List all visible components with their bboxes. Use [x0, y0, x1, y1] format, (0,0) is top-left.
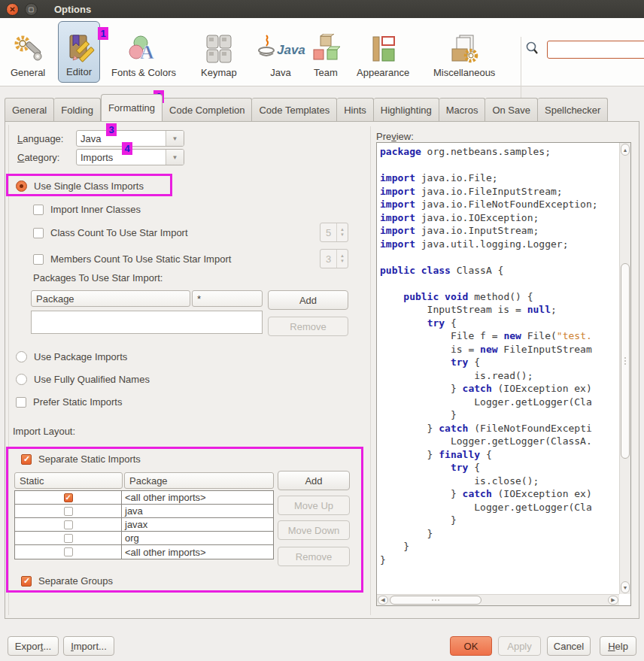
- checkbox-icon[interactable]: [16, 397, 26, 408]
- horizontal-scrollbar[interactable]: ◀ ▶: [377, 594, 619, 605]
- chevron-down-icon[interactable]: ▼: [166, 131, 184, 146]
- import-layout-label: Import Layout:: [13, 426, 75, 437]
- toolbar-item-team[interactable]: Team: [305, 21, 346, 83]
- tab-spellchecker[interactable]: Spellchecker: [538, 98, 608, 121]
- spinner-arrows-icon[interactable]: ▲▼: [337, 223, 348, 241]
- scroll-up-icon[interactable]: ▲: [621, 144, 630, 156]
- import-layout-table[interactable]: <all other imports>javajavaxorg<all othe…: [14, 490, 274, 559]
- checkbox-separate-groups[interactable]: Separate Groups: [21, 575, 113, 587]
- tab-code-templates[interactable]: Code Templates: [252, 98, 337, 121]
- radio-icon[interactable]: [16, 351, 27, 362]
- toolbar-item-java[interactable]: Java Java: [251, 21, 310, 83]
- star-import-remove-button[interactable]: Remove: [268, 317, 348, 336]
- tab-macros[interactable]: Macros: [439, 98, 486, 121]
- toolbar-item-keymap[interactable]: Keymap: [196, 21, 242, 83]
- apply-button[interactable]: Apply: [498, 636, 541, 656]
- language-dropdown[interactable]: Java ▼: [76, 130, 184, 147]
- table-row[interactable]: org: [15, 532, 273, 545]
- package-cell[interactable]: javax: [122, 518, 273, 531]
- import-layout-remove-button[interactable]: Remove: [278, 547, 350, 566]
- table-row[interactable]: javax: [15, 518, 273, 532]
- static-cell[interactable]: [15, 491, 122, 504]
- tab-highlighting[interactable]: Highlighting: [374, 98, 439, 121]
- static-cell[interactable]: [15, 505, 122, 517]
- package-cell[interactable]: <all other imports>: [122, 545, 273, 559]
- palette-letter-a-icon: A: [127, 32, 160, 67]
- checkbox-icon[interactable]: [33, 205, 44, 215]
- chevron-down-icon[interactable]: ▼: [166, 150, 184, 165]
- toolbar-item-miscellaneous[interactable]: Miscellaneous: [429, 21, 500, 83]
- checkbox-icon[interactable]: [33, 228, 44, 238]
- package-cell[interactable]: org: [122, 532, 273, 544]
- column-header-static[interactable]: Static: [14, 472, 123, 489]
- maximize-icon[interactable]: ▢: [25, 3, 38, 16]
- vertical-scrollbar[interactable]: ▲ ▼: [619, 143, 630, 594]
- table-row[interactable]: <all other imports>: [15, 491, 273, 505]
- toolbar-item-appearance[interactable]: Appearance: [352, 21, 414, 83]
- tab-on-save[interactable]: On Save: [485, 98, 538, 121]
- static-cell[interactable]: [15, 545, 122, 559]
- scroll-down-icon[interactable]: ▼: [621, 581, 630, 593]
- checkbox-icon[interactable]: [33, 254, 44, 265]
- static-cell[interactable]: [15, 518, 122, 531]
- code-line: import java.io.FileNotFoundException;: [380, 198, 619, 211]
- import-button[interactable]: Import...: [63, 636, 114, 656]
- star-import-add-button[interactable]: Add: [268, 290, 348, 310]
- toolbar-item-label: Java: [270, 67, 290, 78]
- column-header-package[interactable]: Package: [124, 472, 274, 489]
- tab-folding[interactable]: Folding: [54, 98, 101, 121]
- class-count-spinner[interactable]: 5 ▲▼: [320, 223, 348, 242]
- checkbox-separate-static-imports[interactable]: Separate Static Imports: [21, 453, 141, 465]
- toolbar-item-editor[interactable]: Editor: [58, 21, 100, 83]
- table-row[interactable]: java: [15, 505, 273, 518]
- column-header-package[interactable]: Package: [31, 290, 190, 307]
- scroll-left-icon[interactable]: ◀: [378, 596, 388, 605]
- radio-use-package-imports[interactable]: Use Package Imports: [16, 351, 127, 362]
- checkbox-icon[interactable]: [21, 576, 32, 587]
- move-up-button[interactable]: Move Up: [278, 496, 350, 515]
- tab-general[interactable]: General: [5, 98, 54, 121]
- static-cell[interactable]: [15, 532, 122, 544]
- close-icon[interactable]: ✕: [6, 3, 19, 16]
- code-line: [380, 159, 619, 172]
- ok-button[interactable]: OK: [450, 636, 492, 656]
- move-down-button[interactable]: Move Down: [278, 520, 350, 540]
- export-button[interactable]: Export...: [8, 636, 59, 656]
- radio-use-single-class-imports[interactable]: Use Single Class Imports: [16, 180, 144, 192]
- static-checkbox-icon[interactable]: [64, 534, 73, 543]
- static-checkbox-icon[interactable]: [64, 507, 73, 516]
- category-dropdown[interactable]: Imports ▼: [76, 149, 184, 165]
- checkbox-members-count-static-star[interactable]: Members Count To Use Static Star Import: [33, 253, 231, 265]
- static-checkbox-icon[interactable]: [64, 547, 73, 556]
- static-checkbox-icon[interactable]: [64, 493, 73, 502]
- vertical-scroll-thumb[interactable]: [621, 263, 630, 459]
- radio-use-fully-qualified-names[interactable]: Use Fully Qualified Names: [16, 374, 150, 385]
- code-line: [380, 250, 619, 264]
- toolbar-item-general[interactable]: General: [6, 21, 50, 83]
- tab-hints[interactable]: Hints: [337, 98, 374, 121]
- radio-icon[interactable]: [16, 180, 27, 192]
- package-cell[interactable]: <all other imports>: [122, 491, 273, 504]
- checkbox-import-inner-classes[interactable]: Import Inner Classes: [33, 204, 141, 215]
- members-count-spinner[interactable]: 3 ▲▼: [320, 249, 348, 268]
- checkbox-prefer-static-imports[interactable]: Prefer Static Imports: [16, 396, 122, 408]
- cancel-button[interactable]: Cancel: [547, 636, 591, 656]
- column-header-star[interactable]: *: [192, 290, 263, 307]
- tab-formatting[interactable]: Formatting: [101, 94, 163, 121]
- checkbox-class-count-star-import[interactable]: Class Count To Use Star Import: [33, 227, 188, 238]
- radio-icon[interactable]: [16, 374, 27, 385]
- horizontal-scroll-thumb[interactable]: [390, 596, 481, 605]
- static-checkbox-icon[interactable]: [64, 520, 73, 529]
- checkbox-icon[interactable]: [21, 454, 32, 465]
- import-layout-add-button[interactable]: Add: [278, 471, 350, 490]
- toolbar-item-fonts-colors[interactable]: A Fonts & Colors: [107, 21, 181, 83]
- spinner-arrows-icon[interactable]: ▲▼: [337, 250, 348, 268]
- package-cell[interactable]: java: [122, 505, 273, 517]
- search-input[interactable]: [547, 41, 644, 59]
- scroll-right-icon[interactable]: ▶: [608, 596, 618, 605]
- star-import-table-body[interactable]: [31, 311, 263, 334]
- table-row[interactable]: <all other imports>: [15, 545, 273, 559]
- tab-code-completion[interactable]: Code Completion: [163, 98, 252, 121]
- help-button[interactable]: Help: [600, 636, 636, 656]
- preview-code-panel[interactable]: package org.netbeans.samples; import jav…: [376, 142, 631, 606]
